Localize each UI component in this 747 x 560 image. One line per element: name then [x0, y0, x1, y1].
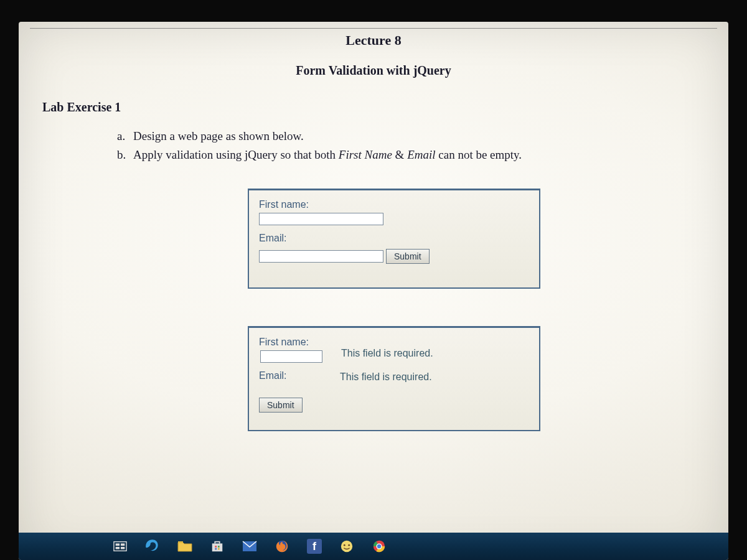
svg-rect-4 — [121, 547, 125, 549]
people-icon[interactable] — [339, 538, 355, 554]
error-message: This field is required. — [341, 337, 433, 359]
list-marker: a. — [117, 127, 133, 146]
svg-rect-7 — [215, 546, 217, 548]
first-name-label: First name: — [259, 199, 529, 210]
field-row: Email: This field is required. — [259, 370, 529, 395]
monitor-frame: Lecture 8 Form Validation with jQuery La… — [0, 0, 747, 560]
document-content: Lecture 8 Form Validation with jQuery La… — [19, 22, 728, 431]
section-heading: Lab Exercise 1 — [42, 100, 717, 114]
instructions-list: a. Design a web page as shown below. b. … — [117, 127, 717, 165]
mail-icon[interactable] — [242, 538, 258, 554]
svg-rect-0 — [114, 542, 126, 551]
first-name-label: First name: — [259, 337, 322, 348]
svg-point-15 — [348, 544, 350, 546]
subtitle: Form Validation with jQuery — [30, 63, 717, 78]
chrome-icon[interactable] — [371, 538, 387, 554]
instruction-text: Design a web page as shown below. — [133, 127, 304, 146]
first-name-input[interactable] — [259, 213, 383, 225]
store-icon[interactable] — [209, 538, 225, 554]
taskview-icon[interactable] — [112, 538, 128, 554]
firefox-icon[interactable] — [274, 538, 290, 554]
edge-icon[interactable] — [144, 538, 161, 554]
screen: Lecture 8 Form Validation with jQuery La… — [19, 22, 728, 560]
svg-rect-8 — [218, 546, 220, 548]
email-label: Email: — [259, 233, 529, 244]
field-row: First name: This field is required. — [259, 337, 529, 370]
instruction-a: a. Design a web page as shown below. — [117, 127, 717, 146]
divider — [30, 28, 717, 29]
svg-rect-2 — [121, 543, 125, 546]
svg-point-14 — [344, 544, 345, 546]
submit-button[interactable]: Submit — [259, 398, 303, 413]
email-label: Email: — [259, 370, 321, 381]
svg-rect-3 — [116, 547, 120, 549]
lecture-title: Lecture 8 — [30, 32, 717, 49]
svg-rect-1 — [116, 543, 120, 546]
svg-rect-5 — [178, 541, 183, 543]
facebook-icon[interactable]: f — [306, 538, 322, 554]
svg-point-13 — [341, 541, 352, 552]
list-marker: b. — [117, 146, 133, 164]
svg-rect-9 — [215, 548, 217, 550]
submit-button[interactable]: Submit — [386, 249, 430, 264]
instruction-text: Apply validation using jQuery so that bo… — [133, 146, 522, 164]
form-screenshot-1: First name: Email: Submit — [248, 189, 540, 289]
email-input[interactable] — [259, 250, 383, 263]
first-name-input[interactable] — [260, 350, 322, 363]
svg-rect-10 — [218, 548, 220, 550]
instruction-b: b. Apply validation using jQuery so that… — [117, 146, 717, 164]
taskbar: f — [19, 533, 728, 560]
svg-rect-6 — [212, 543, 223, 551]
error-message: This field is required. — [340, 370, 432, 383]
svg-point-18 — [377, 544, 381, 548]
form-screenshot-2: First name: This field is required. Emai… — [248, 326, 540, 431]
file-explorer-icon[interactable] — [177, 538, 193, 554]
